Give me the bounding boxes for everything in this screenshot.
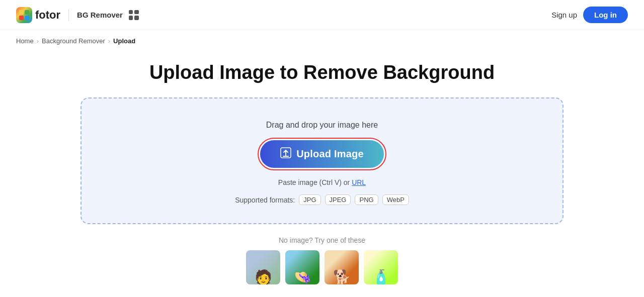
svg-rect-1 [25, 10, 29, 15]
upload-button-wrapper: Upload Image [258, 138, 386, 170]
sample-image-4[interactable]: 🧴 [364, 250, 398, 284]
drag-drop-text: Drag and drop your image here [266, 121, 378, 130]
logo[interactable]: fotor [16, 7, 60, 23]
upload-image-button[interactable]: Upload Image [260, 140, 384, 168]
formats-line: Supported formats: JPG JPEG PNG WebP [235, 194, 409, 205]
try-section: No image? Try one of these 🧑 👒 🐕 🧴 [80, 236, 564, 284]
breadcrumb-bg-remover[interactable]: Background Remover [42, 37, 105, 45]
paste-hint: Paste image (Ctrl V) or URL [278, 178, 366, 186]
logo-divider [68, 9, 69, 21]
page-title: Upload Image to Remove Background [20, 62, 624, 83]
breadcrumb-current: Upload [113, 37, 135, 45]
svg-rect-3 [25, 16, 29, 20]
sample-image-2[interactable]: 👒 [285, 250, 319, 284]
apps-grid-icon[interactable] [129, 10, 139, 20]
svg-rect-2 [19, 16, 24, 20]
svg-rect-0 [19, 10, 24, 15]
upload-icon [280, 147, 291, 161]
try-images: 🧑 👒 🐕 🧴 [80, 250, 564, 284]
header-right: Sign up Log in [551, 7, 628, 23]
login-button[interactable]: Log in [583, 7, 628, 23]
try-title: No image? Try one of these [80, 236, 564, 244]
breadcrumb-sep-1: › [37, 37, 39, 45]
logo-icon [16, 7, 32, 23]
format-jpeg: JPEG [325, 194, 351, 205]
breadcrumb: Home › Background Remover › Upload [0, 30, 644, 52]
breadcrumb-sep-2: › [108, 37, 110, 45]
main-content: Upload Image to Remove Background Drag a… [0, 52, 644, 297]
breadcrumb-home[interactable]: Home [16, 37, 34, 45]
header: fotor BG Remover Sign up Log in [0, 0, 644, 30]
format-jpg: JPG [299, 194, 320, 205]
supported-formats-label: Supported formats: [235, 196, 295, 204]
format-webp: WebP [382, 194, 409, 205]
format-png: PNG [355, 194, 378, 205]
upload-drop-zone[interactable]: Drag and drop your image here Upload Ima… [80, 97, 564, 224]
url-link[interactable]: URL [352, 178, 366, 186]
header-left: fotor BG Remover [16, 7, 139, 23]
sample-image-1[interactable]: 🧑 [246, 250, 280, 284]
logo-text: fotor [35, 9, 60, 22]
upload-button-label: Upload Image [296, 148, 364, 160]
signup-button[interactable]: Sign up [551, 11, 577, 19]
sample-image-3[interactable]: 🐕 [325, 250, 359, 284]
bg-remover-label: BG Remover [77, 11, 123, 19]
